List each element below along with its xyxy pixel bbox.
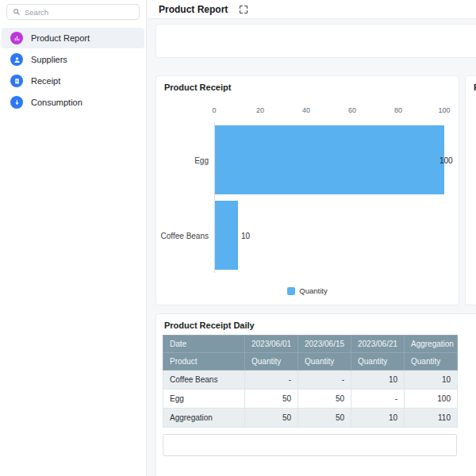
top-card xyxy=(155,24,476,58)
sidebar-item-consumption[interactable]: Consumption xyxy=(2,92,144,113)
table-header-cell: 2023/06/01 xyxy=(245,336,298,353)
legend-label: Quantity xyxy=(299,286,327,295)
axis-tick-label: 80 xyxy=(394,106,402,114)
app-window: Search Product Report Suppliers Receipt xyxy=(0,0,476,476)
table-cell: 50 xyxy=(298,409,351,428)
table-header-row: Date 2023/06/01 2023/06/15 2023/06/21 Ag… xyxy=(163,336,458,353)
table-cell: - xyxy=(351,390,405,409)
chart-legend[interactable]: Quantity xyxy=(156,286,459,295)
table-cell: Aggregation xyxy=(163,409,245,428)
bar-band-coffee-beans: Coffee Beans 10 xyxy=(215,198,444,273)
sidebar: Search Product Report Suppliers Receipt xyxy=(0,0,147,476)
main-area: Product Report Product Receipt 0 20 40 6… xyxy=(148,0,476,476)
table-cell: 50 xyxy=(245,409,298,428)
axis-tick-label: 60 xyxy=(348,106,356,114)
table-cell: Egg xyxy=(163,390,245,409)
product-report-icon xyxy=(10,32,23,44)
suppliers-icon xyxy=(10,53,23,66)
table-header-row: Product Quantity Quantity Quantity Quant… xyxy=(163,353,458,370)
bar-band-egg: Egg 100 xyxy=(215,122,444,198)
daily-table-area: Date 2023/06/01 2023/06/15 2023/06/21 Ag… xyxy=(156,335,476,463)
axis-tick-label: 0 xyxy=(212,106,216,114)
card-title: Pr xyxy=(466,76,476,97)
category-label: Coffee Beans xyxy=(161,231,209,240)
consumption-icon xyxy=(10,96,23,109)
table-cell: 10 xyxy=(405,370,458,390)
table-header-cell: Date xyxy=(163,336,245,353)
sidebar-item-label: Receipt xyxy=(31,76,60,86)
table-footer-box xyxy=(163,434,457,456)
sidebar-menu: Product Report Suppliers Receipt Consump… xyxy=(0,28,146,113)
sidebar-item-label: Suppliers xyxy=(31,55,67,64)
sidebar-item-product-report[interactable]: Product Report xyxy=(2,28,144,48)
receipt-icon xyxy=(10,75,23,87)
table-cell: 110 xyxy=(405,409,458,428)
axis-tick-label: 100 xyxy=(438,106,450,114)
x-axis-ticks: 0 20 40 60 80 100 xyxy=(214,106,444,116)
table-row: Egg 50 50 - 100 xyxy=(163,390,458,409)
table-cell: - xyxy=(245,370,298,390)
card-title: Product Receipt Daily xyxy=(156,314,476,335)
table-header-cell: 2023/06/21 xyxy=(351,336,405,353)
product-receipt-daily-card: Product Receipt Daily Date 2023/06/01 20… xyxy=(155,313,476,476)
sidebar-item-label: Product Report xyxy=(31,33,90,43)
search-placeholder: Search xyxy=(25,8,48,17)
search-input[interactable]: Search xyxy=(6,4,140,20)
daily-table: Date 2023/06/01 2023/06/15 2023/06/21 Ag… xyxy=(163,335,458,428)
sidebar-item-label: Consumption xyxy=(31,98,83,107)
table-cell: 10 xyxy=(351,409,405,428)
table-cell: - xyxy=(298,370,351,390)
sidebar-item-receipt[interactable]: Receipt xyxy=(2,71,144,91)
bar-chart-plot: Egg 100 Coffee Beans 10 xyxy=(214,122,444,273)
category-label: Egg xyxy=(194,155,209,164)
table-header-cell: Quantity xyxy=(245,353,298,370)
bar-value-label: 10 xyxy=(241,231,250,240)
legend-swatch xyxy=(287,287,295,295)
axis-tick-label: 20 xyxy=(256,106,264,114)
page-title: Product Report xyxy=(159,4,228,15)
bar-egg xyxy=(215,125,444,194)
axis-tick-label: 40 xyxy=(302,106,310,114)
table-cell: 10 xyxy=(351,370,405,390)
product-receipt-card: Product Receipt 0 20 40 60 80 100 Egg 10… xyxy=(155,75,459,305)
table-cell: 50 xyxy=(245,390,298,409)
table-header-cell: Quantity xyxy=(351,353,405,370)
right-card: Pr xyxy=(465,75,476,305)
expand-button[interactable] xyxy=(239,5,248,14)
bar-value-label: 100 xyxy=(440,155,453,164)
table-cell: Coffee Beans xyxy=(163,370,245,390)
expand-icon xyxy=(239,5,248,14)
table-header-cell: Aggregation xyxy=(405,336,458,353)
bar-coffee-beans xyxy=(215,201,238,270)
search-icon xyxy=(13,8,21,16)
table-header-cell: Product xyxy=(163,353,245,370)
table-header-cell: 2023/06/15 xyxy=(298,336,351,353)
table-header-cell: Quantity xyxy=(298,353,351,370)
table-cell: 50 xyxy=(298,390,351,409)
table-row: Coffee Beans - - 10 10 xyxy=(163,370,458,390)
table-header-cell: Quantity xyxy=(405,353,458,370)
card-title: Product Receipt xyxy=(156,76,459,97)
table-row: Aggregation 50 50 10 110 xyxy=(163,409,458,428)
sidebar-item-suppliers[interactable]: Suppliers xyxy=(2,49,144,70)
table-cell: 100 xyxy=(405,390,458,409)
header: Product Report xyxy=(148,0,476,19)
